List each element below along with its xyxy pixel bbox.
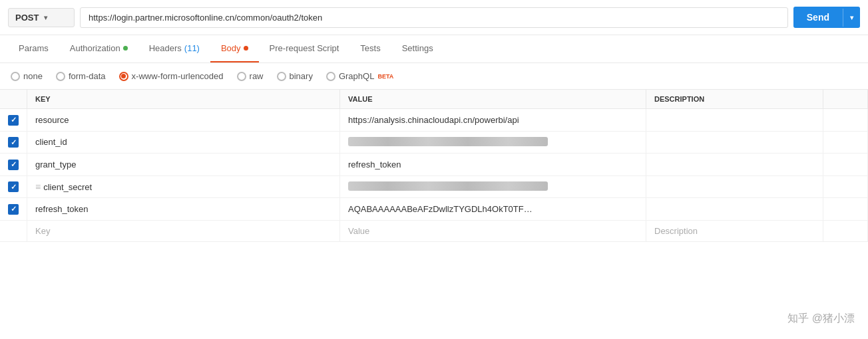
option-x-www-form-urlencoded[interactable]: x-www-form-urlencoded — [119, 71, 224, 81]
method-label: POST — [15, 13, 39, 23]
col-header-value: VALUE — [340, 90, 646, 109]
col-header-description: DESCRIPTION — [646, 90, 823, 109]
row-key[interactable]: Key — [27, 220, 340, 241]
tab-params[interactable]: Params — [8, 35, 59, 62]
col-header-check — [0, 90, 27, 109]
row-description[interactable]: Description — [646, 220, 823, 241]
row-checkbox[interactable] — [8, 137, 19, 148]
row-value[interactable]: refresh_token — [340, 154, 646, 176]
row-action — [823, 175, 868, 198]
option-x-www-form-urlencoded-label: x-www-form-urlencoded — [132, 71, 224, 81]
row-key[interactable]: grant_type — [27, 154, 340, 176]
row-checkbox-cell — [0, 220, 27, 241]
top-bar: POST ▾ Send ▾ — [0, 0, 868, 35]
tabs-bar: Params Authorization Headers (11) Body P… — [0, 35, 868, 63]
row-description[interactable] — [646, 175, 823, 198]
send-label: Send — [793, 7, 843, 28]
tab-body-label: Body — [221, 43, 241, 53]
option-binary-label: binary — [290, 71, 313, 81]
tab-authorization-label: Authorization — [70, 43, 120, 53]
headers-badge: (11) — [184, 43, 200, 53]
row-value[interactable]: hidden — [340, 131, 646, 154]
row-key[interactable]: refresh_token — [27, 198, 340, 221]
row-value[interactable]: Value — [340, 220, 646, 241]
radio-none — [11, 72, 20, 81]
row-description[interactable] — [646, 154, 823, 176]
tab-headers-label: Headers — [149, 43, 182, 53]
row-checkbox[interactable] — [8, 181, 19, 192]
authorization-dot — [123, 46, 128, 51]
row-action — [823, 198, 868, 221]
option-binary[interactable]: binary — [277, 71, 313, 81]
row-action — [823, 220, 868, 241]
table-wrapper: KEY VALUE DESCRIPTION resourcehttps://an… — [0, 90, 868, 242]
tab-tests-label: Tests — [360, 43, 380, 53]
tab-settings-label: Settings — [402, 43, 433, 53]
tab-params-label: Params — [19, 43, 49, 53]
radio-form-data — [56, 72, 65, 81]
option-raw-label: raw — [250, 71, 264, 81]
row-key[interactable]: client_id — [27, 131, 340, 154]
row-action — [823, 154, 868, 176]
method-chevron-icon: ▾ — [44, 14, 47, 21]
option-raw[interactable]: raw — [237, 71, 264, 81]
row-description[interactable] — [646, 198, 823, 221]
col-header-action — [823, 90, 868, 109]
tab-headers[interactable]: Headers (11) — [138, 35, 210, 62]
tab-pre-request-script-label: Pre-request Script — [270, 43, 339, 53]
tab-authorization[interactable]: Authorization — [59, 35, 138, 62]
option-none-label: none — [23, 71, 43, 81]
method-select[interactable]: POST ▾ — [8, 8, 75, 27]
radio-raw — [237, 72, 246, 81]
row-checkbox-cell — [0, 198, 27, 221]
option-graphql-label: GraphQL — [339, 71, 374, 81]
row-value[interactable]: hidden — [340, 175, 646, 198]
row-checkbox-cell — [0, 154, 27, 176]
row-value[interactable]: https://analysis.chinacloudapi.cn/powerb… — [340, 109, 646, 132]
row-checkbox-cell — [0, 175, 27, 198]
tab-pre-request-script[interactable]: Pre-request Script — [259, 35, 350, 62]
row-checkbox[interactable] — [8, 115, 19, 126]
tab-settings[interactable]: Settings — [391, 35, 444, 62]
row-checkbox[interactable] — [8, 204, 19, 215]
send-dropdown-icon: ▾ — [843, 9, 860, 27]
row-key[interactable]: resource — [27, 109, 340, 132]
row-value[interactable]: AQABAAAAAABeAFzDwllzTYGDLh4OkT0TF… — [340, 198, 646, 221]
tab-body[interactable]: Body — [210, 35, 259, 62]
blurred-value: hidden — [348, 137, 548, 146]
row-description[interactable] — [646, 131, 823, 154]
send-button[interactable]: Send ▾ — [793, 7, 860, 28]
row-description[interactable] — [646, 109, 823, 132]
option-form-data-label: form-data — [69, 71, 106, 81]
body-dot — [244, 46, 248, 51]
row-checkbox-cell — [0, 109, 27, 132]
radio-x-www-form-urlencoded — [119, 72, 128, 81]
row-checkbox[interactable] — [8, 160, 19, 170]
col-header-key: KEY — [27, 90, 340, 109]
drag-handle-icon: ≡ — [35, 181, 41, 192]
option-form-data[interactable]: form-data — [56, 71, 106, 81]
tab-tests[interactable]: Tests — [349, 35, 391, 62]
url-input[interactable] — [80, 7, 788, 28]
option-none[interactable]: none — [11, 71, 43, 81]
row-key[interactable]: ≡client_secret — [27, 175, 340, 198]
graphql-beta-badge: BETA — [377, 73, 393, 80]
row-checkbox-cell — [0, 131, 27, 154]
blurred-value: hidden — [348, 181, 548, 191]
row-action — [823, 131, 868, 154]
option-graphql[interactable]: GraphQL BETA — [326, 71, 393, 81]
params-table: KEY VALUE DESCRIPTION resourcehttps://an… — [0, 90, 868, 242]
body-options: none form-data x-www-form-urlencoded raw… — [0, 63, 868, 90]
radio-binary — [277, 72, 286, 81]
row-action — [823, 109, 868, 132]
radio-graphql — [326, 72, 335, 81]
